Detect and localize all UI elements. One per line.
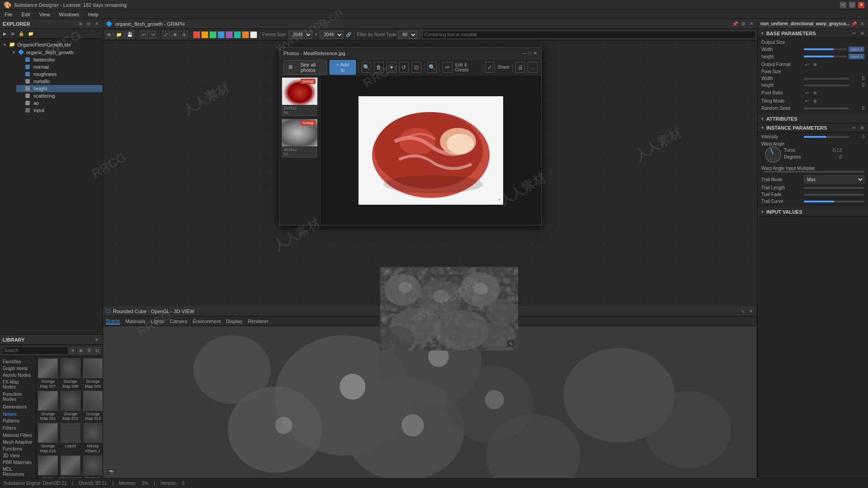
trail-fade-slider[interactable] bbox=[804, 194, 864, 196]
tree-item-scattering[interactable]: scattering bbox=[16, 92, 103, 99]
tree-item-height[interactable]: height bbox=[16, 85, 103, 92]
props-pin[interactable]: 📌 bbox=[851, 21, 857, 27]
menu-file[interactable]: File bbox=[3, 12, 14, 17]
menu-view[interactable]: View bbox=[38, 12, 52, 17]
palette-orange[interactable] bbox=[201, 31, 208, 38]
tree-item-basecolor[interactable]: basecolor bbox=[16, 56, 103, 63]
photos-print-btn[interactable]: 🖨 bbox=[515, 62, 525, 73]
palette-darkorange[interactable] bbox=[242, 31, 249, 38]
props-close[interactable]: ✕ bbox=[859, 21, 865, 27]
view3d-tab-display[interactable]: Display bbox=[226, 319, 242, 324]
menu-help[interactable]: Help bbox=[86, 12, 100, 17]
gt-zoom-out[interactable]: ⊖ bbox=[180, 31, 188, 39]
pixel-ratio-icon2[interactable]: ⊕ bbox=[812, 89, 818, 96]
exp-btn4[interactable]: 📁 bbox=[27, 31, 35, 37]
texture-expand-btn[interactable]: ⤡ bbox=[507, 340, 514, 347]
trail-mode-select[interactable]: Max bbox=[804, 175, 864, 183]
minimize-button[interactable]: ─ bbox=[840, 2, 846, 8]
view3d-tab-materials[interactable]: Materials bbox=[125, 319, 146, 324]
photos-maximize[interactable]: □ bbox=[528, 50, 531, 56]
lib-cat-patterns[interactable]: Patterns bbox=[0, 418, 36, 424]
gt-redo[interactable]: ↪ bbox=[149, 31, 157, 39]
trail-curve-slider[interactable] bbox=[804, 201, 864, 202]
tiling-icon[interactable]: ↩ bbox=[804, 98, 810, 104]
photo-thumb-2[interactable]: Group 2048x2 53. bbox=[282, 119, 317, 158]
view3d-tab-lights[interactable]: Lights bbox=[151, 319, 164, 324]
view3d-tab-renderer[interactable]: Renderer bbox=[248, 319, 269, 324]
graph-search-input[interactable] bbox=[422, 31, 755, 39]
base-params-icon2[interactable]: ⊕ bbox=[859, 30, 865, 37]
gt-undo[interactable]: ↩ bbox=[140, 31, 148, 39]
photos-zoom-in-btn[interactable]: 🔍 bbox=[362, 62, 372, 73]
palette-purple[interactable] bbox=[226, 31, 233, 38]
lib-cat-noises[interactable]: Noises bbox=[0, 411, 36, 418]
lib-item-grunge008[interactable]: Grunge Map 008 bbox=[60, 358, 81, 389]
tree-item-normal[interactable]: normal bbox=[16, 63, 103, 70]
photos-more-btn[interactable]: … bbox=[528, 62, 538, 73]
base-params-header[interactable]: ▼ BASE PARAMETERS ↩ ⊕ bbox=[758, 29, 868, 38]
lib-cat-functions[interactable]: Functions bbox=[0, 446, 36, 452]
warp-angle-dial[interactable] bbox=[765, 146, 781, 163]
lib-item-grunge012[interactable]: Grunge Map 012 bbox=[60, 391, 81, 422]
parent-size-select2[interactable]: 2048 bbox=[320, 31, 344, 39]
intensity-slider[interactable] bbox=[804, 136, 849, 138]
lib-item-grunge011[interactable]: Grunge Map 011 bbox=[38, 391, 58, 422]
input-values-header[interactable]: ▼ INPUT VALUES bbox=[758, 207, 868, 216]
lib-cat-3dview[interactable]: 3D View bbox=[0, 452, 36, 459]
photos-minimize[interactable]: ─ bbox=[522, 50, 526, 56]
photos-crop-btn[interactable]: ⊡ bbox=[411, 62, 421, 73]
close-button[interactable]: ✕ bbox=[858, 2, 864, 8]
parent-size-select[interactable]: 2048 1024 512 bbox=[288, 31, 312, 39]
lib-item-grunge007[interactable]: Grunge Map 007 bbox=[38, 358, 58, 389]
exp-btn1[interactable]: ▶ bbox=[2, 31, 8, 37]
output-format-icon1[interactable]: ↩ bbox=[804, 61, 810, 67]
lib-item-liquid[interactable]: Liquid bbox=[60, 423, 81, 454]
explorer-icon1[interactable]: ⊕ bbox=[77, 21, 84, 27]
lib-item-grunge013[interactable]: Grunge Map 013 bbox=[83, 391, 103, 422]
filter-select[interactable]: All bbox=[398, 31, 417, 39]
lib-cat-graph-items[interactable]: Graph Items bbox=[0, 365, 36, 372]
gt-save[interactable]: 💾 bbox=[125, 31, 135, 39]
tree-item-input[interactable]: input bbox=[16, 107, 103, 114]
maximize-button[interactable]: □ bbox=[849, 2, 855, 8]
library-close[interactable]: ✕ bbox=[94, 337, 100, 343]
output-format-icon2[interactable]: ⊕ bbox=[812, 61, 818, 67]
lib-item-grunge009[interactable]: Grunge Map 009 bbox=[83, 358, 103, 389]
lib-cat-material-filters[interactable]: Material Filters bbox=[0, 432, 36, 439]
view3d-tab-environment[interactable]: Environment bbox=[193, 319, 221, 324]
instance-icon2[interactable]: ⊕ bbox=[859, 125, 865, 131]
base-params-icon1[interactable]: ↩ bbox=[851, 30, 857, 37]
gt-zoom-fit[interactable]: ⤢ bbox=[162, 31, 170, 39]
explorer-icon2[interactable]: ⊖ bbox=[85, 21, 92, 27]
exp-btn2[interactable]: ⊕ bbox=[9, 31, 16, 37]
tiling-icon2[interactable]: ⊕ bbox=[812, 98, 818, 104]
lib-view-list[interactable]: ☰ bbox=[85, 347, 93, 354]
trail-length-slider[interactable] bbox=[804, 187, 864, 189]
tree-item-root[interactable]: ▼ 📁 OrganicFleshGrowth.sbr bbox=[0, 41, 103, 48]
lib-cat-mdl-res[interactable]: MDL Resources bbox=[0, 466, 36, 478]
lib-view-grid[interactable]: ⊞ bbox=[77, 347, 85, 354]
graph-expand[interactable]: ⊞ bbox=[740, 21, 746, 27]
tree-item-metallic[interactable]: metallic bbox=[16, 78, 103, 85]
gt-new[interactable]: ⊕ bbox=[105, 31, 113, 39]
lib-cat-fxmap[interactable]: FX-Map Nodes bbox=[0, 379, 36, 390]
explorer-close[interactable]: ✕ bbox=[94, 21, 100, 27]
gt-zoom-in[interactable]: ⊕ bbox=[171, 31, 179, 39]
parent-size-icon[interactable]: 🔗 bbox=[345, 32, 352, 38]
photos-edit-btn[interactable]: ✏ bbox=[443, 62, 453, 73]
photos-heart-btn[interactable]: ♥ bbox=[387, 62, 396, 73]
menu-edit[interactable]: Edit bbox=[20, 12, 32, 17]
lib-cat-pbr[interactable]: PBR Materials bbox=[0, 459, 36, 466]
exp-btn3[interactable]: 🔒 bbox=[17, 31, 25, 37]
instance-params-header[interactable]: ▼ INSTANCE PARAMETERS ↩ ⊕ bbox=[758, 123, 868, 132]
photos-refresh-btn[interactable]: ↺ bbox=[399, 62, 409, 73]
view3d-close[interactable]: ✕ bbox=[748, 308, 754, 314]
view3d-tab-camera[interactable]: Camera bbox=[170, 319, 187, 324]
add-to-button[interactable]: + Add to bbox=[330, 60, 356, 75]
palette-green[interactable] bbox=[209, 31, 217, 38]
attributes-header[interactable]: ▼ ATTRIBUTES bbox=[758, 114, 868, 123]
photos-search-btn[interactable]: 🔍 bbox=[427, 62, 437, 73]
graph-close[interactable]: ✕ bbox=[748, 21, 755, 27]
palette-blue[interactable] bbox=[217, 31, 225, 38]
lib-filter-btn[interactable]: ≡ bbox=[70, 347, 76, 354]
